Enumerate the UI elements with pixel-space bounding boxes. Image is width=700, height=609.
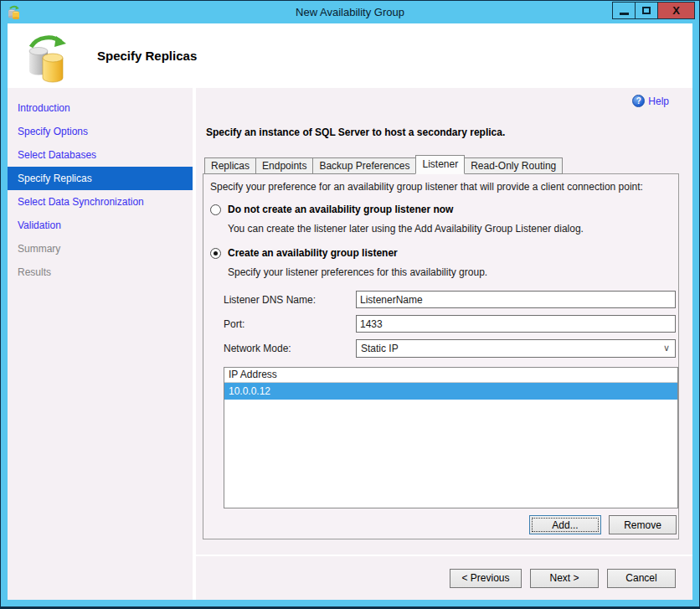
main-content: ? Help Specify an instance of SQL Server… [196, 88, 692, 555]
help-link[interactable]: ? Help [632, 95, 669, 107]
sidebar-item-specify-replicas[interactable]: Specify Replicas [8, 167, 193, 190]
radio-do-not-create-listener[interactable]: Do not create an availability group list… [210, 204, 453, 215]
sidebar-item-validation[interactable]: Validation [8, 214, 193, 237]
wizard-header: Specify Replicas [8, 23, 692, 88]
create-listener-description: Specify your listener preferences for th… [228, 266, 487, 278]
radio-create-listener[interactable]: Create an availability group listener [210, 247, 398, 259]
sidebar-item-results: Results [8, 261, 193, 284]
sidebar-item-summary: Summary [8, 237, 193, 261]
new-availability-group-window: New Availability Group X Specify Re [0, 0, 700, 609]
wizard-steps-sidebar: Introduction Specify Options Select Data… [8, 88, 193, 600]
wizard-footer: < Previous Next > Cancel [196, 555, 692, 600]
tab-replicas[interactable]: Replicas [204, 157, 256, 174]
network-mode-label: Network Mode: [224, 343, 291, 354]
dialog-frame: Specify Replicas Introduction Specify Op… [8, 23, 692, 600]
previous-button[interactable]: < Previous [450, 569, 522, 588]
dns-name-label: Listener DNS Name: [224, 294, 316, 306]
sidebar-item-select-databases[interactable]: Select Databases [8, 143, 193, 167]
window-title: New Availability Group [296, 6, 404, 18]
replicas-database-sync-icon [24, 33, 68, 83]
maximize-icon [642, 7, 651, 14]
dns-name-input[interactable] [356, 291, 676, 308]
main-pane: ? Help Specify an instance of SQL Server… [196, 88, 692, 600]
maximize-button[interactable] [635, 2, 658, 19]
content-area: Introduction Specify Options Select Data… [8, 88, 692, 600]
tab-endpoints[interactable]: Endpoints [255, 157, 313, 174]
chevron-down-icon: ∨ [663, 343, 670, 354]
listener-tab-panel: Specify your preference for an availabil… [203, 173, 679, 539]
replica-tabstrip: Replicas Endpoints Backup Preferences Li… [204, 157, 562, 174]
port-row: Port: [224, 315, 676, 333]
tab-read-only-routing[interactable]: Read-Only Routing [464, 157, 563, 174]
help-question-icon: ? [632, 95, 645, 107]
port-input[interactable] [356, 315, 676, 333]
help-label: Help [648, 95, 669, 107]
network-mode-value: Static IP [361, 343, 399, 354]
sidebar-item-select-data-synchronization[interactable]: Select Data Synchronization [8, 190, 193, 214]
sidebar-item-specify-options[interactable]: Specify Options [8, 120, 193, 143]
radio-unchecked-icon[interactable] [210, 204, 221, 215]
ip-address-row[interactable]: 10.0.0.12 [224, 383, 677, 400]
ip-address-column-header[interactable]: IP Address [224, 368, 677, 383]
ip-address-list[interactable]: IP Address 10.0.0.12 [224, 367, 678, 508]
radio-create-label: Create an availability group listener [228, 247, 398, 259]
tab-listener[interactable]: Listener [415, 155, 465, 174]
app-database-icon [7, 5, 21, 19]
titlebar: New Availability Group X [1, 1, 699, 23]
radio-checked-icon[interactable] [210, 248, 221, 259]
tab-backup-preferences[interactable]: Backup Preferences [312, 157, 416, 174]
network-mode-dropdown[interactable]: Static IP ∨ [356, 339, 676, 358]
next-button[interactable]: Next > [530, 569, 599, 588]
sidebar-item-introduction[interactable]: Introduction [8, 96, 193, 120]
instruction-heading: Specify an instance of SQL Server to hos… [206, 126, 505, 138]
add-button[interactable]: Add... [529, 515, 601, 534]
page-title: Specify Replicas [97, 49, 197, 63]
remove-button[interactable]: Remove [609, 515, 677, 534]
close-button[interactable]: X [657, 2, 695, 19]
close-icon: X [672, 5, 680, 16]
window-controls: X [613, 2, 695, 19]
do-not-create-description: You can create the listener later using … [228, 223, 584, 235]
network-mode-row: Network Mode: Static IP ∨ [224, 339, 676, 358]
dns-name-row: Listener DNS Name: [224, 291, 676, 309]
ip-list-buttons: Add... Remove [529, 515, 677, 534]
radio-do-not-create-label: Do not create an availability group list… [228, 204, 453, 215]
cancel-button[interactable]: Cancel [607, 569, 676, 588]
minimize-icon [620, 13, 629, 15]
port-label: Port: [224, 318, 244, 330]
listener-intro-text: Specify your preference for an availabil… [210, 181, 672, 193]
minimize-button[interactable] [612, 2, 636, 19]
